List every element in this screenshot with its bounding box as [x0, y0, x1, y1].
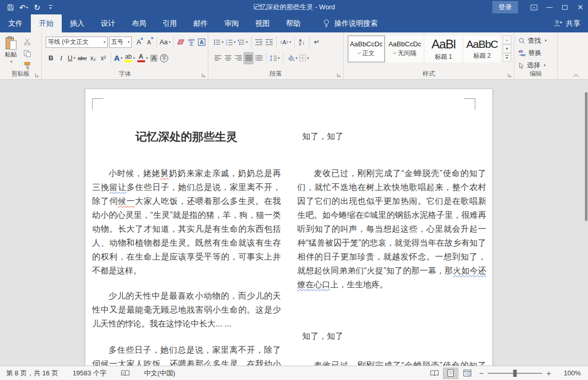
strikethrough-button[interactable]: abc [77, 52, 88, 64]
print-layout-icon [447, 369, 454, 377]
subscript-button[interactable]: x₂ [88, 52, 98, 64]
language-indicator[interactable]: 中文(中国) [143, 366, 176, 380]
vertical-scrollbar[interactable] [582, 80, 588, 366]
shading-button[interactable]: ▾ [286, 52, 299, 64]
style-no-spacing[interactable]: AaBbCcDc ↵无间隔 [386, 36, 423, 62]
font-size-combo[interactable]: 五号▾ [109, 37, 132, 48]
italic-button[interactable]: I [56, 52, 66, 64]
distribute-button[interactable] [254, 52, 264, 64]
font-group-label: 字体 [42, 70, 208, 78]
tab-mailings[interactable]: 邮件 [185, 14, 216, 32]
clear-formatting-button[interactable] [176, 36, 186, 48]
tab-review[interactable]: 审阅 [216, 14, 247, 32]
shrink-font-button[interactable]: A▼ [144, 36, 154, 48]
increase-indent-button[interactable] [264, 36, 274, 48]
font-name-combo[interactable]: 等线 (中文正文▾ [46, 37, 108, 48]
justify-button[interactable] [243, 52, 254, 64]
ribbon-display-options-button[interactable] [526, 0, 542, 14]
tab-references[interactable]: 引用 [154, 14, 185, 32]
proofing-status-button[interactable]: x [120, 366, 131, 380]
numbering-button[interactable]: 123 ▾ [225, 36, 237, 48]
sort-button[interactable]: AZ↓ [297, 36, 307, 48]
align-left-button[interactable] [212, 52, 223, 64]
borders-button[interactable]: ▾ [298, 52, 310, 64]
scrollbar-thumb[interactable] [585, 92, 587, 221]
text-effects-button[interactable]: A▾ [113, 52, 123, 64]
word-count[interactable]: 19583 个字 [72, 366, 108, 380]
tab-home[interactable]: 开始 [31, 14, 62, 32]
tab-insert[interactable]: 插入 [62, 14, 93, 32]
show-hide-marks-button[interactable]: ↵ [312, 36, 322, 48]
tell-me-search[interactable]: 操作说明搜索 [323, 14, 378, 32]
zoom-percentage[interactable]: 100% [561, 369, 581, 377]
minimize-button[interactable]: — [542, 0, 557, 14]
cut-button[interactable] [22, 37, 33, 47]
align-right-button[interactable] [233, 52, 243, 64]
text-highlight-button[interactable]: ab ▾ [123, 52, 136, 64]
font-dialog-launcher[interactable] [201, 73, 206, 78]
doc-title: 记忆深处的那些生灵 [92, 129, 281, 145]
redo-button[interactable]: ↻ [31, 1, 43, 13]
sign-in-button[interactable]: 登录 [492, 1, 518, 13]
tab-layout[interactable]: 布局 [123, 14, 154, 32]
doc-paragraph: 少儿的天性中是最喜欢小动物的，而少儿的天性中又是最能毫无顾忌地戕害弱小生命的。这… [92, 289, 281, 331]
character-border-button[interactable]: A [197, 36, 207, 48]
undo-button[interactable]: ↶▾ [17, 1, 30, 13]
share-button[interactable]: 共享 [546, 14, 588, 32]
asian-layout-button[interactable]: A ▾ [279, 36, 293, 48]
align-center-button[interactable] [223, 52, 233, 64]
maximize-button[interactable] [557, 0, 573, 14]
grow-font-button[interactable]: A▲ [134, 36, 144, 48]
paste-button[interactable]: 粘贴 ▾ [1, 35, 21, 71]
find-button[interactable]: 查找 ▾ [519, 35, 556, 46]
line-spacing-button[interactable]: ▾ [269, 52, 281, 64]
font-color-button[interactable]: A ▾ [136, 52, 149, 64]
bullets-button[interactable]: ▾ [212, 36, 225, 48]
underline-button[interactable]: U▾ [66, 52, 77, 64]
styles-dialog-launcher[interactable] [507, 73, 512, 78]
enclose-characters-button[interactable]: 字 [159, 52, 169, 64]
read-mode-button[interactable] [426, 368, 442, 379]
document-page[interactable]: 记忆深处的那些生灵小时候，姥姥舅奶奶来家走亲戚，奶奶总是再三挽留让多住些日子，她… [85, 89, 493, 366]
change-case-button[interactable]: Aa▾ [159, 36, 171, 48]
replace-button[interactable]: ab⇢ac 替换 [519, 47, 556, 59]
zoom-slider-thumb[interactable] [513, 370, 517, 377]
clipboard-dialog-launcher[interactable] [34, 73, 40, 78]
close-button[interactable]: ✕ [573, 0, 588, 14]
more-icon [505, 55, 509, 56]
character-shading-button[interactable]: A [149, 52, 159, 64]
style-heading-1[interactable]: AaBl 标题 1 [425, 36, 462, 62]
find-label: 查找 [528, 36, 541, 45]
phonetic-guide-button[interactable]: wén文 [186, 36, 197, 48]
decrease-indent-button[interactable] [254, 36, 264, 48]
gallery-more-button[interactable]: ▼ [503, 53, 511, 62]
page-indicator[interactable]: 第 8 页，共 16 页 [5, 366, 59, 380]
dialog-launcher-icon [337, 73, 342, 78]
style-name: 正文 [362, 49, 375, 58]
gallery-down-button[interactable]: ▼ [503, 44, 511, 53]
gallery-up-button[interactable]: ▲ [503, 36, 511, 44]
paragraph-dialog-launcher[interactable] [336, 73, 342, 78]
style-name: 标题 1 [435, 53, 452, 61]
copy-button[interactable] [22, 48, 33, 59]
web-layout-button[interactable] [459, 368, 475, 379]
save-button[interactable] [4, 1, 16, 13]
zoom-slider[interactable] [488, 373, 542, 374]
numbering-icon: 123 [226, 39, 233, 45]
tab-help[interactable]: 帮助 [278, 14, 309, 32]
zoom-out-button[interactable]: − [475, 369, 488, 377]
tab-view[interactable]: 视图 [247, 14, 278, 32]
multilevel-list-button[interactable]: ▾ [237, 36, 249, 48]
svg-text:A: A [282, 39, 287, 45]
zoom-in-button[interactable]: + [542, 369, 555, 377]
tab-file[interactable]: 文件 [0, 14, 31, 32]
format-painter-button[interactable] [22, 60, 33, 71]
customize-qat-button[interactable]: ▾ [44, 1, 57, 13]
style-heading-2[interactable]: AaBbC 标题 2 [464, 36, 501, 62]
tab-design[interactable]: 设计 [93, 14, 123, 32]
style-normal[interactable]: AaBbCcDc ↵正文 [348, 36, 385, 62]
bold-button[interactable]: B [46, 52, 56, 64]
superscript-button[interactable]: x² [98, 52, 109, 64]
collapse-ribbon-button[interactable] [573, 74, 579, 77]
print-layout-button[interactable] [443, 368, 458, 379]
